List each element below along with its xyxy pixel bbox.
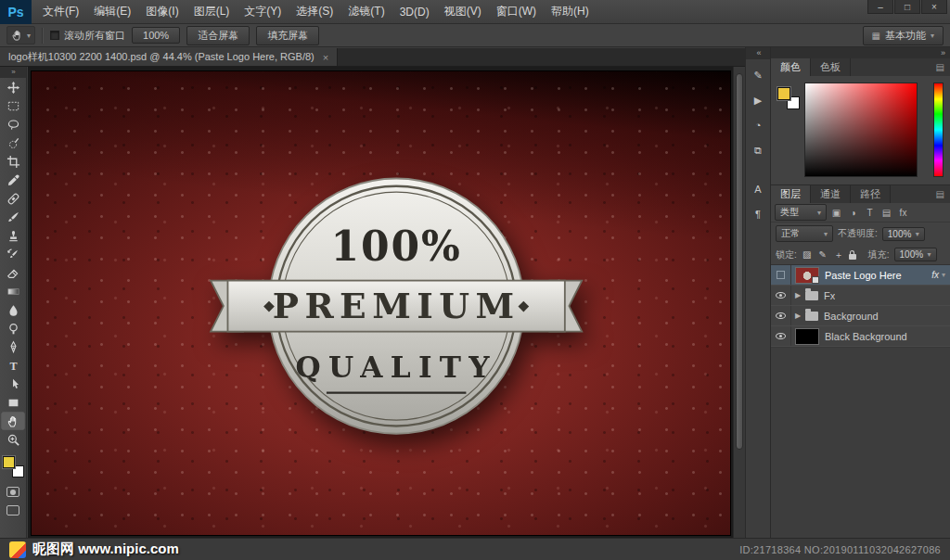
lock-position-icon[interactable]: ＋ (833, 248, 844, 261)
path-selection-tool[interactable] (1, 375, 25, 393)
quick-selection-tool[interactable] (1, 134, 25, 152)
minimize-button[interactable]: – (867, 0, 893, 14)
color-panel-swatches (777, 87, 800, 109)
filter-pixel-icon[interactable]: ▣ (829, 208, 843, 218)
blur-tool[interactable] (1, 300, 25, 319)
lasso-tool[interactable] (1, 115, 25, 134)
visibility-toggle[interactable] (771, 326, 791, 346)
fill-screen-button[interactable]: 填充屏幕 (256, 26, 319, 45)
menu-edit[interactable]: 编辑(E) (86, 4, 138, 19)
fit-screen-button[interactable]: 适合屏幕 (186, 26, 250, 45)
paragraph-panel-icon[interactable]: ¶ (749, 205, 768, 223)
menu-window[interactable]: 窗口(W) (489, 4, 544, 19)
actions-panel-icon[interactable]: ▶ (749, 91, 768, 109)
vertical-scrollbar[interactable] (733, 67, 745, 538)
tab-close-icon[interactable]: × (323, 52, 328, 63)
active-tool-preset[interactable]: ▾ (6, 26, 35, 45)
crop-tool[interactable] (1, 152, 25, 171)
disclosure-triangle-icon[interactable]: ▶ (791, 312, 804, 320)
menu-select[interactable]: 选择(S) (289, 4, 340, 19)
tab-channels[interactable]: 通道 (811, 185, 851, 203)
blend-mode-select[interactable]: 正常 ▾ (776, 225, 833, 242)
actual-pixels-button[interactable]: 100% (132, 27, 180, 44)
menu-filter[interactable]: 滤镜(T) (340, 4, 392, 19)
layer-row-background-group[interactable]: ▶ Background (771, 306, 950, 326)
layer-row-paste-logo-here[interactable]: Paste Logo Here fx ▾ (771, 265, 950, 286)
lock-all-icon[interactable] (849, 254, 856, 260)
layer-row-fx-group[interactable]: ▶ Fx (771, 286, 950, 306)
tab-paths[interactable]: 路径 (851, 185, 891, 203)
color-field[interactable] (804, 83, 918, 177)
menu-view[interactable]: 视图(V) (437, 4, 489, 19)
expand-panels-icon[interactable]: « (746, 47, 770, 59)
filter-adjustment-icon[interactable]: ◑ (846, 208, 860, 218)
opacity-input[interactable]: 100% ▾ (882, 227, 925, 241)
layer-filter-select[interactable]: 类型 ▾ (775, 204, 827, 221)
fill-input[interactable]: 100% ▾ (894, 248, 937, 261)
maximize-button[interactable]: □ (894, 0, 920, 14)
3d-panel-icon[interactable]: ◔ (749, 116, 768, 134)
menu-3d[interactable]: 3D(D) (392, 6, 437, 19)
type-tool[interactable]: T (1, 356, 25, 375)
screen-mode-icon[interactable] (6, 505, 19, 515)
dodge-tool[interactable] (1, 319, 25, 337)
lock-transparency-icon[interactable]: ▨ (802, 249, 813, 260)
clone-stamp-tool[interactable] (1, 226, 25, 245)
layer-name[interactable]: Black Background (825, 331, 907, 342)
foreground-color-swatch[interactable] (3, 456, 15, 468)
gradient-tool[interactable] (1, 282, 25, 300)
visibility-toggle[interactable] (771, 265, 791, 285)
disclosure-triangle-icon[interactable]: ▶ (791, 291, 804, 299)
rectangular-marquee-tool[interactable] (1, 96, 25, 115)
menu-layer[interactable]: 图层(L) (186, 4, 238, 19)
tab-color[interactable]: 颜色 (771, 58, 811, 76)
panel-menu-icon[interactable]: ▤ (931, 185, 950, 203)
pen-tool[interactable] (1, 337, 25, 356)
filter-type-icon[interactable]: T (863, 208, 877, 218)
scrollbar-thumb[interactable] (736, 73, 743, 450)
visibility-toggle[interactable] (771, 286, 791, 305)
eye-icon (776, 312, 786, 319)
brush-tool[interactable] (1, 208, 25, 226)
healing-brush-tool[interactable] (1, 189, 25, 208)
character-panel-icon[interactable]: A (749, 180, 768, 198)
collapse-tools-icon[interactable]: » (0, 67, 26, 78)
menu-image[interactable]: 图像(I) (138, 4, 186, 19)
layer-name[interactable]: Fx (824, 290, 835, 301)
layer-effects[interactable]: fx ▾ (931, 270, 950, 280)
menu-help[interactable]: 帮助(H) (544, 4, 597, 19)
scroll-all-windows-checkbox[interactable]: 滚动所有窗口 (50, 29, 125, 43)
smart-object-thumbnail[interactable] (795, 267, 819, 284)
close-button[interactable]: × (921, 0, 947, 14)
collapse-dock-icon[interactable]: » (771, 47, 950, 58)
history-brush-tool[interactable] (1, 245, 25, 263)
visibility-toggle[interactable] (771, 306, 791, 325)
move-tool[interactable] (1, 78, 25, 96)
lock-pixels-icon[interactable]: ✎ (817, 249, 828, 260)
menu-type[interactable]: 文字(Y) (237, 4, 289, 19)
fx-icon: fx (931, 270, 939, 280)
tab-layers[interactable]: 图层 (771, 185, 811, 203)
eyedropper-tool[interactable] (1, 171, 25, 189)
filter-effects-icon[interactable]: fx (896, 208, 910, 218)
layer-thumbnail[interactable] (795, 328, 819, 345)
layer-name[interactable]: Background (824, 311, 879, 322)
rectangle-tool[interactable] (1, 393, 25, 412)
layer-name[interactable]: Paste Logo Here (825, 270, 902, 281)
history-panel-icon[interactable]: ✎ (749, 66, 768, 84)
foreground-color-swatch[interactable] (777, 87, 790, 100)
layer-comps-panel-icon[interactable]: ⧉ (749, 141, 768, 159)
document-canvas[interactable]: 100% PREMIUM QUALITY (32, 71, 730, 535)
layer-row-black-background[interactable]: Black Background (771, 326, 950, 347)
eraser-tool[interactable] (1, 263, 25, 282)
tab-swatches[interactable]: 色板 (811, 58, 851, 76)
workspace-switcher[interactable]: ▦ 基本功能 ▾ (863, 26, 944, 45)
filter-shape-icon[interactable]: ▤ (879, 208, 893, 218)
menu-file[interactable]: 文件(F) (35, 4, 86, 19)
panel-menu-icon[interactable]: ▤ (931, 58, 950, 76)
document-tab[interactable]: logo样机10300 2200 1400.psd @ 44.4% (Paste… (0, 48, 338, 66)
hand-tool[interactable] (1, 412, 25, 430)
zoom-tool[interactable] (1, 430, 25, 449)
hue-slider[interactable] (933, 83, 944, 177)
quick-mask-icon[interactable] (6, 487, 19, 497)
